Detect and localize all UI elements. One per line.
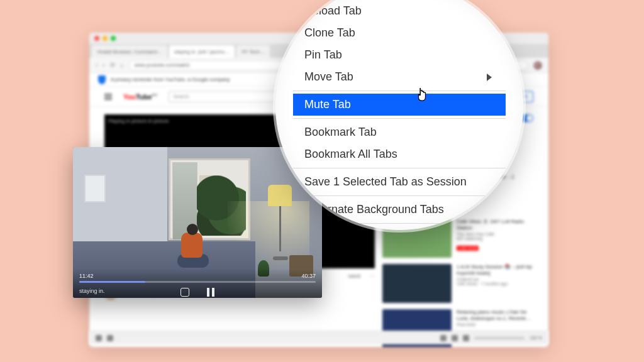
menu-item-save-session[interactable]: Save 1 Selected Tab as Session (293, 171, 506, 193)
video-title: 1 A.M Study Session 📚 – [lofi hip hop/ch… (457, 264, 533, 276)
menu-icon[interactable] (104, 94, 112, 100)
youtube-logo[interactable]: YouTubeNO (123, 93, 157, 101)
menu-item-reload-tab[interactable]: Reload Tab (293, 0, 506, 22)
menu-item-mute-tab[interactable]: Mute Tab (293, 94, 506, 116)
pip-duration: 40:37 (301, 273, 316, 279)
tab-label: Vivaldi Browser, Command… (97, 49, 162, 55)
zoom-slider[interactable] (474, 337, 525, 339)
pip-progress-bar[interactable] (79, 281, 316, 283)
recommendation-item[interactable]: 1 A.M Study Session 📚 – [lofi hip hop/ch… (382, 264, 533, 303)
panel-icon[interactable] (463, 335, 469, 341)
search-placeholder: Search (173, 94, 189, 99)
menu-item-pin-tab[interactable]: Pin Tab (293, 44, 506, 66)
tab-label: staying in. [lofi / jazzho… (174, 49, 230, 55)
back-icon[interactable]: ‹ (96, 62, 97, 69)
video-subtext: 907 watching (457, 236, 533, 241)
video-channel: Peet ASD (457, 322, 533, 327)
video-channel: The Jazz Hop Café (457, 232, 533, 236)
video-title: Café Vibes ☕ 24/7 Lofi Radio Station (457, 219, 533, 231)
browser-status-bar: 136 % (89, 331, 548, 344)
video-thumbnail (382, 264, 452, 303)
forward-icon[interactable]: › (103, 62, 104, 69)
minimize-window-icon[interactable] (103, 36, 108, 41)
menu-separator (293, 195, 506, 196)
panel-icon[interactable] (440, 335, 447, 341)
pip-indicator-text: Playing in picture-in-picture (108, 118, 169, 124)
profile-avatar-icon[interactable] (533, 61, 542, 70)
pip-current-time: 11:42 (79, 273, 94, 279)
menu-item-bookmark-tab[interactable]: Bookmark Tab (293, 121, 506, 143)
menu-separator (293, 168, 506, 168)
video-channel: ChilledCow (457, 277, 533, 282)
close-window-icon[interactable] (94, 36, 99, 41)
menu-separator (293, 90, 506, 91)
panel-icon[interactable] (96, 335, 102, 341)
pointer-cursor-icon (415, 87, 429, 103)
pip-player[interactable]: 11:42 40:37 staying in. (73, 147, 322, 298)
browser-tab[interactable]: FF Tech… (236, 45, 270, 58)
browser-tab[interactable]: staying in. [lofi / jazzho… (169, 45, 235, 58)
zoom-level: 136 % (530, 336, 542, 340)
video-subtext: 14M views · 7 months ago (457, 282, 533, 286)
pause-icon[interactable] (207, 288, 214, 297)
pip-controls: 11:42 40:37 (73, 269, 322, 298)
menu-item-move-tab[interactable]: Move Tab (293, 66, 506, 88)
home-icon[interactable]: ⌂ (120, 62, 124, 69)
more-icon[interactable]: ⋯ (370, 273, 375, 279)
panel-icon[interactable] (107, 335, 113, 341)
panel-icon[interactable] (452, 335, 458, 341)
menu-separator (293, 118, 506, 119)
maximize-window-icon[interactable] (111, 36, 116, 41)
shield-icon (98, 75, 106, 84)
browser-tab[interactable]: Vivaldi Browser, Command… (92, 45, 167, 58)
reload-icon[interactable]: ⟳ (110, 62, 115, 69)
tab-context-menu: Reload Tab Clone Tab Pin Tab Move Tab Mu… (293, 0, 506, 230)
url-text: www.youtube.com/watch (135, 62, 190, 68)
pip-title: staying in. (79, 288, 105, 294)
save-button[interactable]: SAVE (348, 273, 361, 279)
tab-label: FF Tech… (242, 49, 265, 55)
pip-return-icon[interactable] (180, 288, 189, 297)
live-badge: LIVE NOW (457, 246, 479, 251)
video-title: Relaxing piano music | Clair De Lune, Ar… (457, 309, 533, 321)
privacy-notice-text: A privacy reminder from YouTube, a Googl… (111, 77, 230, 82)
menu-item-bookmark-all-tabs[interactable]: Bookmark All Tabs (293, 143, 506, 165)
menu-item-clone-tab[interactable]: Clone Tab (293, 22, 506, 44)
